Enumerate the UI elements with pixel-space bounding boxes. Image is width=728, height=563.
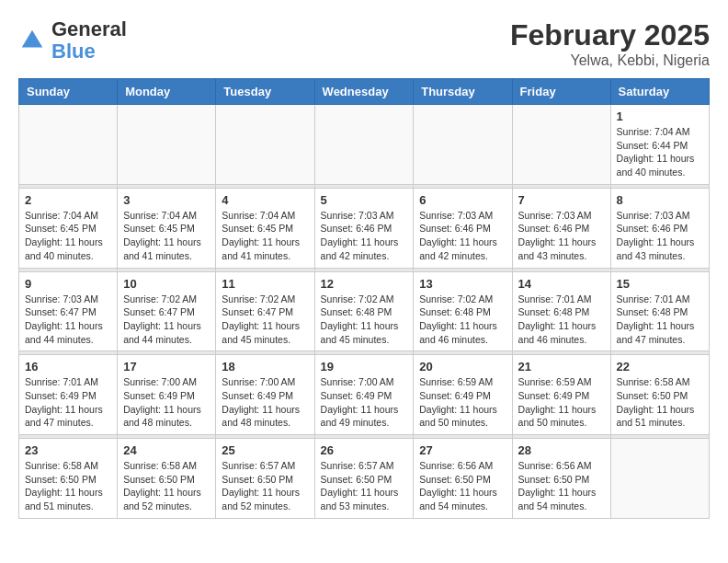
page-title: February 2025 [510, 18, 710, 52]
calendar-cell: 27Sunrise: 6:56 AM Sunset: 6:50 PM Dayli… [414, 439, 512, 519]
day-number: 6 [419, 193, 506, 207]
day-number: 26 [321, 443, 408, 457]
calendar-cell: 16Sunrise: 7:01 AM Sunset: 6:49 PM Dayli… [19, 355, 118, 435]
day-number: 28 [518, 443, 605, 457]
calendar-cell: 11Sunrise: 7:02 AM Sunset: 6:47 PM Dayli… [216, 271, 314, 351]
day-number: 10 [123, 277, 210, 291]
day-info: Sunrise: 6:59 AM Sunset: 6:49 PM Dayligh… [518, 375, 605, 430]
day-number: 3 [123, 193, 210, 207]
calendar-cell [314, 105, 414, 185]
calendar-cell: 7Sunrise: 7:03 AM Sunset: 6:46 PM Daylig… [512, 188, 610, 268]
day-info: Sunrise: 7:01 AM Sunset: 6:49 PM Dayligh… [25, 375, 111, 430]
day-info: Sunrise: 6:56 AM Sunset: 6:50 PM Dayligh… [419, 459, 506, 513]
calendar-week-1: 1Sunrise: 7:04 AM Sunset: 6:44 PM Daylig… [19, 105, 710, 185]
day-info: Sunrise: 7:02 AM Sunset: 6:47 PM Dayligh… [123, 293, 210, 347]
day-info: Sunrise: 6:57 AM Sunset: 6:50 PM Dayligh… [222, 459, 308, 513]
calendar-header-wednesday: Wednesday [314, 79, 414, 105]
calendar-cell: 2Sunrise: 7:04 AM Sunset: 6:45 PM Daylig… [19, 188, 118, 268]
calendar-cell: 17Sunrise: 7:00 AM Sunset: 6:49 PM Dayli… [118, 355, 216, 435]
page-header: GeneralBlue February 2025 Yelwa, Kebbi, … [18, 18, 710, 69]
calendar-cell: 22Sunrise: 6:58 AM Sunset: 6:50 PM Dayli… [610, 355, 709, 435]
day-number: 5 [321, 193, 408, 207]
calendar-cell [19, 105, 118, 185]
calendar-cell: 15Sunrise: 7:01 AM Sunset: 6:48 PM Dayli… [610, 271, 709, 351]
day-info: Sunrise: 7:03 AM Sunset: 6:46 PM Dayligh… [419, 209, 506, 263]
day-info: Sunrise: 7:00 AM Sunset: 6:49 PM Dayligh… [123, 375, 210, 430]
calendar-cell: 3Sunrise: 7:04 AM Sunset: 6:45 PM Daylig… [118, 188, 216, 268]
page-subtitle: Yelwa, Kebbi, Nigeria [510, 52, 710, 69]
calendar-header-sunday: Sunday [19, 79, 118, 105]
day-number: 21 [518, 360, 605, 373]
calendar-cell: 21Sunrise: 6:59 AM Sunset: 6:49 PM Dayli… [512, 355, 610, 435]
day-info: Sunrise: 7:03 AM Sunset: 6:46 PM Dayligh… [617, 209, 703, 263]
day-number: 1 [617, 109, 703, 123]
day-number: 14 [518, 277, 605, 291]
calendar-header-tuesday: Tuesday [216, 79, 314, 105]
day-info: Sunrise: 6:58 AM Sunset: 6:50 PM Dayligh… [123, 459, 210, 513]
day-info: Sunrise: 7:04 AM Sunset: 6:45 PM Dayligh… [123, 209, 210, 263]
day-info: Sunrise: 7:02 AM Sunset: 6:48 PM Dayligh… [419, 293, 506, 347]
calendar-table: SundayMondayTuesdayWednesdayThursdayFrid… [18, 78, 710, 519]
day-number: 22 [617, 360, 703, 373]
day-number: 9 [25, 277, 111, 291]
calendar-header-monday: Monday [118, 79, 216, 105]
logo-icon [18, 27, 46, 54]
calendar-cell [216, 105, 314, 185]
day-info: Sunrise: 7:00 AM Sunset: 6:49 PM Dayligh… [321, 375, 408, 430]
day-info: Sunrise: 7:04 AM Sunset: 6:44 PM Dayligh… [617, 125, 703, 179]
calendar-week-5: 23Sunrise: 6:58 AM Sunset: 6:50 PM Dayli… [19, 439, 710, 519]
calendar-cell: 20Sunrise: 6:59 AM Sunset: 6:49 PM Dayli… [414, 355, 512, 435]
calendar-header-friday: Friday [512, 79, 610, 105]
calendar-cell [512, 105, 610, 185]
calendar-header-saturday: Saturday [610, 79, 709, 105]
calendar-cell: 9Sunrise: 7:03 AM Sunset: 6:47 PM Daylig… [19, 271, 118, 351]
day-info: Sunrise: 7:02 AM Sunset: 6:47 PM Dayligh… [222, 293, 308, 347]
day-info: Sunrise: 7:02 AM Sunset: 6:48 PM Dayligh… [321, 293, 408, 347]
calendar-cell: 4Sunrise: 7:04 AM Sunset: 6:45 PM Daylig… [216, 188, 314, 268]
day-number: 15 [617, 277, 703, 291]
calendar-cell [414, 105, 512, 185]
day-info: Sunrise: 7:04 AM Sunset: 6:45 PM Dayligh… [222, 209, 308, 263]
calendar-cell: 23Sunrise: 6:58 AM Sunset: 6:50 PM Dayli… [19, 439, 118, 519]
calendar-cell: 14Sunrise: 7:01 AM Sunset: 6:48 PM Dayli… [512, 271, 610, 351]
calendar-cell: 24Sunrise: 6:58 AM Sunset: 6:50 PM Dayli… [118, 439, 216, 519]
day-info: Sunrise: 6:57 AM Sunset: 6:50 PM Dayligh… [321, 459, 408, 513]
day-number: 17 [123, 360, 210, 373]
logo: GeneralBlue [18, 18, 127, 63]
day-number: 19 [321, 360, 408, 373]
day-info: Sunrise: 7:00 AM Sunset: 6:49 PM Dayligh… [222, 375, 308, 430]
calendar-cell: 26Sunrise: 6:57 AM Sunset: 6:50 PM Dayli… [314, 439, 414, 519]
day-info: Sunrise: 6:59 AM Sunset: 6:49 PM Dayligh… [419, 375, 506, 430]
day-number: 16 [25, 360, 111, 373]
calendar-cell: 19Sunrise: 7:00 AM Sunset: 6:49 PM Dayli… [314, 355, 414, 435]
calendar-cell: 28Sunrise: 6:56 AM Sunset: 6:50 PM Dayli… [512, 439, 610, 519]
day-number: 20 [419, 360, 506, 373]
calendar-header-row: SundayMondayTuesdayWednesdayThursdayFrid… [19, 79, 710, 105]
logo-text: GeneralBlue [51, 18, 127, 63]
calendar-cell: 8Sunrise: 7:03 AM Sunset: 6:46 PM Daylig… [610, 188, 709, 268]
title-block: February 2025 Yelwa, Kebbi, Nigeria [510, 18, 710, 69]
calendar-cell: 10Sunrise: 7:02 AM Sunset: 6:47 PM Dayli… [118, 271, 216, 351]
day-info: Sunrise: 7:03 AM Sunset: 6:46 PM Dayligh… [321, 209, 408, 263]
calendar-cell: 12Sunrise: 7:02 AM Sunset: 6:48 PM Dayli… [314, 271, 414, 351]
day-number: 4 [222, 193, 308, 207]
day-number: 13 [419, 277, 506, 291]
day-info: Sunrise: 7:01 AM Sunset: 6:48 PM Dayligh… [617, 293, 703, 347]
calendar-header-thursday: Thursday [414, 79, 512, 105]
day-number: 25 [222, 443, 308, 457]
day-number: 12 [321, 277, 408, 291]
calendar-cell: 6Sunrise: 7:03 AM Sunset: 6:46 PM Daylig… [414, 188, 512, 268]
day-info: Sunrise: 6:56 AM Sunset: 6:50 PM Dayligh… [518, 459, 605, 513]
day-number: 24 [123, 443, 210, 457]
day-info: Sunrise: 7:03 AM Sunset: 6:47 PM Dayligh… [25, 293, 111, 347]
day-info: Sunrise: 6:58 AM Sunset: 6:50 PM Dayligh… [25, 459, 111, 513]
calendar-week-2: 2Sunrise: 7:04 AM Sunset: 6:45 PM Daylig… [19, 188, 710, 268]
day-number: 11 [222, 277, 308, 291]
day-info: Sunrise: 6:58 AM Sunset: 6:50 PM Dayligh… [617, 375, 703, 430]
day-number: 18 [222, 360, 308, 373]
calendar-week-3: 9Sunrise: 7:03 AM Sunset: 6:47 PM Daylig… [19, 271, 710, 351]
calendar-cell [610, 439, 709, 519]
day-number: 27 [419, 443, 506, 457]
calendar-cell: 1Sunrise: 7:04 AM Sunset: 6:44 PM Daylig… [610, 105, 709, 185]
calendar-cell: 5Sunrise: 7:03 AM Sunset: 6:46 PM Daylig… [314, 188, 414, 268]
